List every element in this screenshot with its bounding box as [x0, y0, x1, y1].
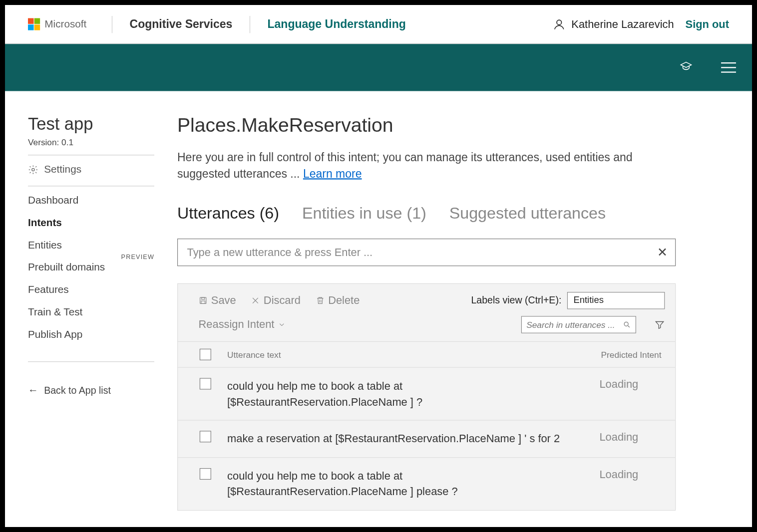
search-icon — [623, 321, 631, 329]
utterance-table-header: Utterance text Predicted Intent — [178, 341, 675, 367]
user-block[interactable]: Katherine Lazarevich — [553, 18, 674, 30]
trash-icon — [316, 296, 325, 305]
sidebar-item-intents[interactable]: Intents — [28, 217, 154, 229]
save-button[interactable]: Save — [199, 294, 236, 307]
sidebar: Test app Version: 0.1 Settings Dashboard… — [28, 114, 154, 527]
divider — [28, 155, 154, 155]
save-icon — [199, 296, 208, 305]
row-checkbox[interactable] — [200, 468, 211, 480]
labels-view-select[interactable]: Entities — [567, 292, 665, 309]
back-label: Back to App list — [44, 385, 111, 396]
microsoft-logo[interactable]: Microsoft — [28, 18, 86, 30]
tab-entities-in-use[interactable]: Entities in use (1) — [302, 204, 426, 223]
svg-point-1 — [32, 168, 34, 171]
tab-suggested-utterances[interactable]: Suggested utterances — [449, 204, 606, 223]
microsoft-label: Microsoft — [44, 18, 86, 30]
language-understanding-link[interactable]: Language Understanding — [268, 17, 406, 30]
hamburger-menu-icon[interactable] — [721, 62, 736, 73]
search-utterances[interactable] — [521, 316, 636, 333]
col-predicted-intent: Predicted Intent — [573, 350, 665, 360]
page-description: Here you are in full control of this int… — [177, 149, 671, 183]
predicted-intent: Loading — [573, 468, 665, 481]
sidebar-item-dashboard[interactable]: Dashboard — [28, 195, 154, 207]
discard-button[interactable]: Discard — [251, 294, 301, 307]
tabs: Utterances (6) Entities in use (1) Sugge… — [177, 204, 729, 223]
row-checkbox[interactable] — [200, 431, 211, 442]
sidebar-item-prebuilt-domains[interactable]: PREVIEW Prebuilt domains — [28, 262, 154, 273]
user-name: Katherine Lazarevich — [571, 18, 674, 30]
svg-rect-4 — [201, 301, 205, 303]
divider — [250, 15, 250, 32]
preview-badge: PREVIEW — [121, 254, 154, 261]
sidebar-item-train-test[interactable]: Train & Test — [28, 306, 154, 318]
settings-label: Settings — [44, 163, 81, 175]
save-label: Save — [211, 294, 236, 307]
sidebar-item-publish-app[interactable]: Publish App — [28, 329, 154, 341]
sidebar-item-features[interactable]: Features — [28, 284, 154, 296]
search-utterances-input[interactable] — [526, 320, 623, 330]
new-utterance-input[interactable] — [177, 239, 676, 266]
settings-link[interactable]: Settings — [28, 160, 154, 182]
clear-input-icon[interactable]: ✕ — [657, 245, 668, 260]
sign-out-link[interactable]: Sign out — [686, 18, 729, 30]
microsoft-logo-icon — [28, 18, 40, 30]
tab-utterances[interactable]: Utterances (6) — [177, 204, 279, 223]
gear-icon — [28, 164, 38, 175]
delete-label: Delete — [328, 294, 360, 307]
desc-text: Here you are in full control of this int… — [177, 151, 633, 180]
utterance-text[interactable]: could you help me to book a table at [$R… — [223, 468, 573, 500]
select-all-checkbox[interactable] — [200, 349, 211, 360]
discard-label: Discard — [264, 294, 301, 307]
graduation-cap-icon[interactable] — [680, 60, 692, 75]
delete-button[interactable]: Delete — [316, 294, 360, 307]
divider — [112, 15, 112, 32]
filter-icon[interactable] — [655, 319, 665, 330]
close-icon — [251, 296, 260, 305]
labels-view-label: Labels view (Ctrl+E): — [471, 295, 561, 306]
divider — [28, 361, 154, 362]
learn-more-link[interactable]: Learn more — [303, 167, 362, 180]
app-version: Version: 0.1 — [28, 137, 154, 147]
top-header: Microsoft Cognitive Services Language Un… — [5, 5, 752, 44]
chevron-down-icon — [278, 321, 286, 329]
app-bar — [5, 44, 752, 91]
predicted-intent: Loading — [573, 378, 665, 391]
svg-point-5 — [624, 322, 628, 326]
main-content: Places.MakeReservation Here you are in f… — [154, 114, 729, 527]
col-utterance-text: Utterance text — [223, 350, 573, 360]
divider — [28, 186, 154, 186]
svg-point-0 — [557, 20, 561, 24]
utterance-toolbar: Save Discard Delete Labels view (Ctrl+E)… — [177, 283, 676, 511]
utterance-text[interactable]: could you help me to book a table at [$R… — [223, 378, 573, 410]
svg-rect-3 — [202, 297, 205, 299]
sidebar-item-entities[interactable]: Entities — [28, 239, 154, 251]
page-title: Places.MakeReservation — [177, 114, 729, 137]
user-icon — [553, 18, 566, 30]
reassign-intent-dropdown[interactable]: Reassign Intent — [199, 318, 286, 331]
arrow-left-icon: ← — [28, 385, 38, 396]
row-checkbox[interactable] — [200, 378, 211, 390]
back-to-app-list[interactable]: ← Back to App list — [28, 385, 154, 396]
utterance-row: could you help me to book a table at [$R… — [178, 367, 675, 420]
reassign-label: Reassign Intent — [199, 318, 275, 331]
cognitive-services-link[interactable]: Cognitive Services — [130, 17, 233, 30]
app-title: Test app — [28, 114, 154, 134]
utterance-row: make a reservation at [$RestaurantReserv… — [178, 420, 675, 457]
labels-view-value: Entities — [574, 295, 604, 305]
predicted-intent: Loading — [573, 431, 665, 443]
sidebar-item-label: Prebuilt domains — [28, 262, 105, 273]
utterance-text[interactable]: make a reservation at [$RestaurantReserv… — [223, 431, 573, 447]
utterance-row: could you help me to book a table at [$R… — [178, 457, 675, 510]
